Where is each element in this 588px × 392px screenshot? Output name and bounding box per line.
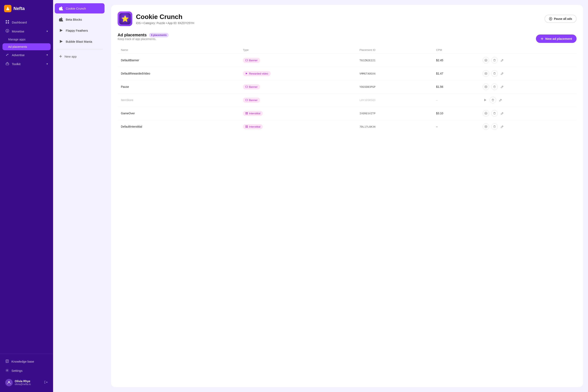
app-list-panel: Cookie Crunch Beta Blocks Flappy Feather…	[53, 0, 106, 392]
placement-id-value: IVERESVZTP	[360, 112, 376, 115]
app-list-item-beta-blocks[interactable]: Beta Blocks	[55, 14, 104, 24]
app-id: 8XZDY25YH	[178, 22, 194, 25]
cell-name: GameOver	[118, 107, 240, 120]
knowledge-base-icon	[5, 359, 9, 364]
table-row: DefaultRewardedVideo Rewarded video VMMG…	[118, 67, 576, 80]
sidebar-item-ad-placements[interactable]: Ad placements	[2, 43, 51, 50]
new-placement-button[interactable]: New ad placement	[536, 34, 576, 43]
edit-icon[interactable]	[500, 124, 505, 129]
col-actions	[480, 46, 576, 54]
cell-placement-id: YDG5DB3PGP	[356, 80, 433, 94]
placement-id-value: L0Y1D5R5Q3	[360, 98, 376, 102]
action-icons	[483, 97, 573, 103]
cell-type: Banner	[240, 94, 356, 107]
logo[interactable]: Nefta	[0, 0, 53, 16]
svg-point-46	[485, 112, 487, 114]
knowledge-base-label: Knowledge base	[12, 360, 34, 363]
cell-placement-id: 7DL17LGK34	[356, 120, 433, 133]
delete-icon[interactable]	[491, 70, 498, 77]
svg-rect-54	[485, 126, 486, 127]
svg-rect-35	[486, 73, 486, 74]
apple-icon-cookie-crunch	[59, 6, 63, 10]
sidebar-item-dashboard[interactable]: Dashboard	[2, 18, 51, 26]
cell-placement-id: IVERESVZTP	[356, 107, 433, 120]
app-list-item-cookie-crunch[interactable]: Cookie Crunch	[55, 3, 104, 14]
cell-name: DefaultBanner	[118, 54, 240, 67]
edit-icon[interactable]	[500, 71, 505, 76]
app-list-item-bubble-blast[interactable]: Bubble Blast Mania	[55, 36, 104, 46]
delete-icon[interactable]	[490, 97, 496, 103]
cell-placement-id: VMMGTAOGX4	[356, 67, 433, 80]
new-placement-label: New ad placement	[545, 37, 572, 40]
cpm-value: –	[436, 125, 438, 128]
placement-id-value: T8JZN2E221	[360, 59, 376, 62]
cpm-value: –	[436, 98, 438, 102]
edit-icon[interactable]	[500, 111, 505, 116]
sidebar-item-advertise[interactable]: Advertise ▾	[2, 51, 51, 59]
monetise-icon: $	[5, 29, 10, 34]
edit-icon[interactable]	[498, 98, 503, 102]
svg-rect-44	[246, 114, 246, 114]
svg-rect-39	[486, 86, 486, 88]
footer-knowledge-base[interactable]: Knowledge base	[2, 357, 51, 366]
advertise-label: Advertise	[12, 53, 25, 57]
svg-marker-18	[60, 40, 63, 43]
app-list-item-flappy-feathers[interactable]: Flappy Feathers	[55, 25, 104, 36]
svg-rect-51	[246, 127, 246, 128]
placements-subtitle: Keep track of app placements.	[118, 37, 169, 41]
logo-text: Nefta	[14, 6, 25, 11]
action-icons	[483, 110, 573, 116]
play-icon[interactable]	[483, 98, 488, 102]
cell-cpm: $1.47	[433, 67, 480, 80]
new-app-label: New app	[64, 55, 76, 58]
placement-id-value: VMMGTAOGX4	[360, 72, 376, 75]
svg-marker-32	[246, 73, 248, 74]
sidebar-item-manage-apps[interactable]: Manage apps	[2, 36, 51, 43]
type-badge: Interstitial	[243, 111, 263, 116]
cpm-value: $1.47	[436, 72, 443, 75]
type-badge: Banner	[243, 98, 260, 103]
advertise-icon	[5, 53, 10, 57]
pause-icon[interactable]	[483, 84, 489, 90]
app-list-label-cookie-crunch: Cookie Crunch	[66, 7, 86, 10]
pause-icon[interactable]	[483, 110, 489, 116]
cell-cpm: $2.45	[433, 54, 480, 67]
pause-all-button[interactable]: Pause all ads	[544, 15, 576, 23]
cell-cpm: –	[433, 120, 480, 133]
svg-marker-17	[60, 29, 63, 32]
table-row: DefaultBanner Banner T8JZN2E221 $2.45	[118, 54, 576, 67]
user-section: Olivia Rhye olivia@nefta.io	[2, 376, 51, 389]
delete-icon[interactable]	[491, 110, 498, 116]
svg-rect-40	[246, 99, 248, 101]
settings-label: Settings	[12, 369, 22, 372]
delete-icon[interactable]	[491, 57, 498, 64]
svg-point-14	[7, 370, 8, 371]
svg-rect-38	[485, 86, 486, 88]
toolkit-chevron-icon: ▾	[46, 62, 48, 65]
app-info: Cookie Crunch iOS • Category: Puzzle • A…	[136, 13, 194, 25]
footer-settings[interactable]: Settings	[2, 366, 51, 375]
svg-rect-34	[485, 73, 486, 74]
svg-rect-6	[8, 22, 9, 24]
sidebar: Nefta Dashboard $ Monetise ▾	[0, 0, 53, 392]
pause-icon[interactable]	[483, 123, 489, 130]
pause-icon[interactable]	[483, 57, 489, 64]
pause-icon[interactable]	[483, 70, 489, 77]
table-row: Pause Banner YDG5DB3PGP $1.56	[118, 80, 576, 94]
delete-icon[interactable]	[491, 123, 498, 130]
new-app-button[interactable]: New app	[55, 52, 104, 61]
app-meta: iOS • Category: Puzzle • App ID: 8XZDY25…	[136, 22, 194, 25]
edit-icon[interactable]	[500, 58, 505, 63]
svg-rect-47	[485, 113, 486, 114]
col-placement-id: Placement ID	[356, 46, 433, 54]
edit-icon[interactable]	[500, 84, 505, 89]
main-content: ⭐ Cookie Crunch iOS • Category: Puzzle •…	[106, 0, 588, 392]
svg-rect-48	[486, 113, 486, 114]
sidebar-item-monetise[interactable]: $ Monetise ▾	[2, 27, 51, 36]
sidebar-item-toolkit[interactable]: Toolkit ▾	[2, 60, 51, 68]
placements-title: Ad placements	[118, 33, 146, 37]
manage-apps-label: Manage apps	[8, 38, 26, 41]
placement-id-value: YDG5DB3PGP	[360, 85, 376, 88]
logout-icon[interactable]	[44, 380, 48, 385]
delete-icon[interactable]	[491, 84, 498, 90]
